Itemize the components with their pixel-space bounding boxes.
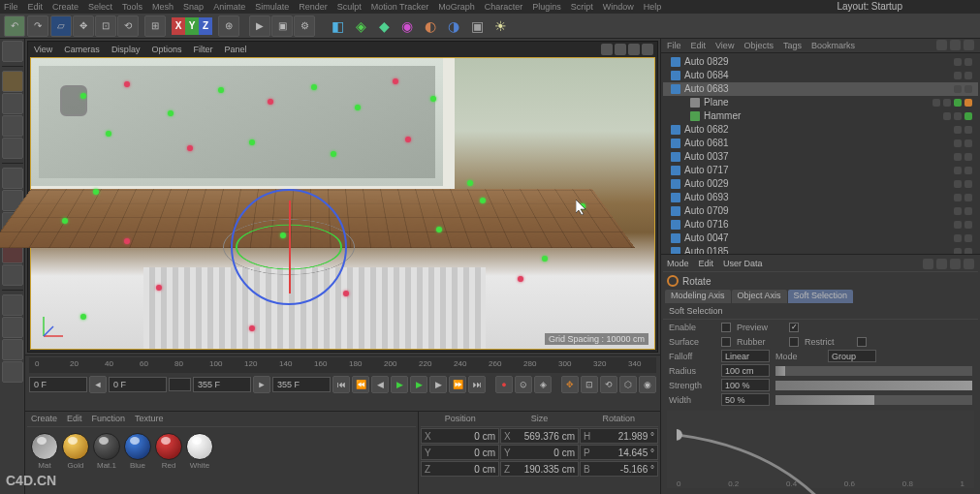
menu-help[interactable]: Help bbox=[644, 2, 662, 12]
visibility-editor-icon[interactable] bbox=[954, 167, 962, 174]
vp-cameras[interactable]: Cameras bbox=[64, 45, 100, 54]
visibility-render-icon[interactable] bbox=[964, 221, 972, 229]
object-tree[interactable]: Auto 0829Auto 0684Auto 0683PlaneHammerAu… bbox=[661, 53, 980, 255]
visibility-render-icon[interactable] bbox=[964, 85, 972, 93]
om-edit[interactable]: Edit bbox=[691, 41, 707, 50]
attr-back-icon[interactable] bbox=[923, 259, 933, 269]
tree-item-auto-0681[interactable]: Auto 0681 bbox=[663, 137, 978, 150]
om-bookmarks[interactable]: Bookmarks bbox=[811, 41, 855, 50]
tracker-point[interactable] bbox=[156, 285, 162, 291]
om-search-icon[interactable] bbox=[936, 40, 947, 50]
tree-item-auto-0829[interactable]: Auto 0829 bbox=[663, 55, 978, 69]
material-mat.1[interactable]: Mat.1 bbox=[93, 433, 120, 470]
last-tool[interactable]: ⊞ bbox=[144, 15, 166, 37]
visibility-editor-icon[interactable] bbox=[954, 207, 962, 215]
tl-play-fwd[interactable]: ▶ bbox=[410, 376, 427, 393]
coord-rot[interactable]: B-5.166 ° bbox=[580, 461, 658, 477]
tl-next-key[interactable]: ► bbox=[253, 376, 270, 393]
vp-view[interactable]: View bbox=[34, 45, 52, 54]
tl-param-key[interactable]: ⬡ bbox=[619, 376, 637, 393]
visibility-render-icon[interactable] bbox=[954, 112, 962, 120]
viewport[interactable]: View Cameras Display Options Filter Pane… bbox=[27, 41, 658, 353]
tracker-point[interactable] bbox=[218, 87, 224, 93]
tree-item-auto-0029[interactable]: Auto 0029 bbox=[663, 177, 978, 191]
menu-sculpt[interactable]: Sculpt bbox=[337, 2, 362, 12]
mat-tab-edit[interactable]: Edit bbox=[67, 414, 82, 426]
mat-tab-texture[interactable]: Texture bbox=[135, 414, 164, 426]
prim-env[interactable]: ◑ bbox=[443, 15, 464, 37]
coord-size[interactable]: Z190.335 cm bbox=[500, 461, 579, 477]
visibility-editor-icon[interactable] bbox=[954, 85, 962, 93]
visibility-editor-icon[interactable] bbox=[954, 58, 962, 66]
tl-autokey[interactable]: ⊙ bbox=[515, 376, 532, 393]
check-rubber[interactable] bbox=[789, 337, 799, 347]
visibility-render-icon[interactable] bbox=[964, 153, 972, 161]
tracker-point[interactable] bbox=[518, 276, 523, 282]
slider-width[interactable] bbox=[775, 395, 972, 405]
model-mode[interactable] bbox=[2, 71, 23, 92]
render-pict[interactable]: ▣ bbox=[271, 15, 293, 37]
visibility-editor-icon[interactable] bbox=[954, 72, 962, 79]
visibility-editor-icon[interactable] bbox=[954, 180, 962, 188]
tree-item-auto-0709[interactable]: Auto 0709 bbox=[663, 204, 978, 218]
prim-nurbs[interactable]: ◆ bbox=[373, 15, 395, 37]
material-gold[interactable]: Gold bbox=[62, 433, 89, 470]
tl-end-frame[interactable]: 355 F bbox=[193, 377, 251, 392]
om-tags[interactable]: Tags bbox=[783, 41, 802, 50]
coord-pos[interactable]: Y0 cm bbox=[421, 445, 499, 460]
visibility-editor-icon[interactable] bbox=[954, 153, 962, 161]
workplane-lock[interactable] bbox=[2, 339, 23, 360]
tl-keysel[interactable]: ◈ bbox=[534, 376, 552, 393]
make-editable[interactable] bbox=[2, 41, 23, 62]
visibility-editor-icon[interactable] bbox=[954, 126, 962, 134]
tree-item-auto-0682[interactable]: Auto 0682 bbox=[663, 123, 978, 137]
om-filter-icon[interactable] bbox=[950, 40, 961, 50]
tracker-point[interactable] bbox=[542, 256, 548, 262]
menu-animate[interactable]: Animate bbox=[213, 2, 245, 12]
tl-cur-frame[interactable]: 0 F bbox=[109, 377, 167, 392]
attr-userdata[interactable]: User Data bbox=[723, 259, 763, 269]
tree-item-auto-0717[interactable]: Auto 0717 bbox=[663, 164, 978, 177]
tracker-point[interactable] bbox=[467, 180, 473, 186]
tag-icon[interactable] bbox=[964, 112, 972, 120]
coord-pos[interactable]: Z0 cm bbox=[421, 461, 499, 477]
field-width[interactable]: 50 % bbox=[721, 393, 770, 406]
material-red[interactable]: Red bbox=[155, 433, 182, 470]
coord-rot[interactable]: H21.989 ° bbox=[580, 428, 658, 444]
render-view[interactable]: ▶ bbox=[249, 15, 270, 37]
material-white[interactable]: White bbox=[186, 433, 213, 470]
axis-lock[interactable]: XYZ bbox=[172, 17, 212, 35]
attr-edit[interactable]: Edit bbox=[699, 259, 714, 269]
visibility-render-icon[interactable] bbox=[964, 194, 972, 201]
attr-mode[interactable]: Mode bbox=[667, 259, 689, 269]
tracker-point[interactable] bbox=[480, 198, 486, 203]
points-mode[interactable] bbox=[2, 168, 23, 189]
om-path-icon[interactable] bbox=[964, 40, 974, 50]
material-mat[interactable]: Mat bbox=[31, 433, 58, 470]
prim-light[interactable]: ☀ bbox=[490, 15, 511, 37]
visibility-editor-icon[interactable] bbox=[954, 234, 962, 242]
redo-button[interactable]: ↷ bbox=[27, 15, 48, 37]
tracker-point[interactable] bbox=[343, 291, 349, 296]
coord-size[interactable]: Y0 cm bbox=[500, 445, 579, 460]
check-preview[interactable] bbox=[789, 323, 799, 332]
visibility-render-icon[interactable] bbox=[964, 180, 972, 188]
rotate-tool[interactable]: ⟲ bbox=[117, 15, 139, 37]
prim-deform[interactable]: ◐ bbox=[420, 15, 441, 37]
workplane-mode[interactable] bbox=[2, 138, 23, 159]
field-strength[interactable]: 100 % bbox=[721, 379, 770, 391]
tree-item-auto-0684[interactable]: Auto 0684 bbox=[663, 69, 978, 82]
viewport-nav-icons[interactable] bbox=[601, 44, 653, 55]
tl-prev-key[interactable]: ◄ bbox=[89, 376, 107, 393]
timeline-scrub[interactable] bbox=[169, 378, 191, 391]
tl-pla-key[interactable]: ◉ bbox=[639, 376, 656, 393]
texture-mode[interactable] bbox=[2, 115, 23, 137]
tracker-point[interactable] bbox=[436, 227, 442, 232]
tl-start-frame[interactable]: 0 F bbox=[29, 377, 87, 392]
timeline-ruler[interactable]: 0204060801001201401601802002202402602803… bbox=[29, 357, 656, 373]
visibility-render-icon[interactable] bbox=[943, 99, 951, 107]
slider-radius[interactable] bbox=[775, 366, 972, 376]
tab-modeling-axis[interactable]: Modeling Axis bbox=[665, 290, 731, 303]
visibility-render-icon[interactable] bbox=[964, 139, 972, 147]
tree-item-auto-0693[interactable]: Auto 0693 bbox=[663, 191, 978, 204]
